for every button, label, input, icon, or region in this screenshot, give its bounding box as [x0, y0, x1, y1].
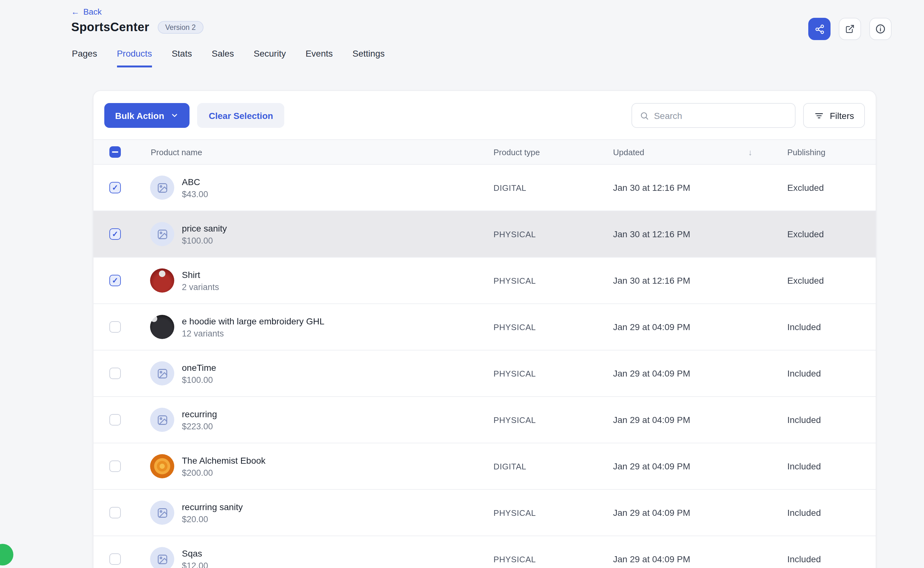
product-type: PHYSICAL	[494, 322, 613, 332]
product-updated: Jan 29 at 04:09 PM	[613, 461, 787, 471]
product-name: recurring	[182, 409, 217, 419]
filter-icon	[814, 110, 824, 121]
image-placeholder-icon	[156, 228, 168, 240]
product-type: PHYSICAL	[494, 369, 613, 378]
filters-button[interactable]: Filters	[803, 103, 865, 128]
product-subtext: $100.00	[182, 236, 227, 245]
row-checkbox[interactable]: ✓	[109, 553, 121, 565]
back-arrow-icon: ←	[71, 7, 80, 17]
info-icon	[875, 24, 886, 34]
tab-settings[interactable]: Settings	[353, 48, 385, 67]
product-name: recurring sanity	[182, 502, 243, 512]
table-row[interactable]: ✓ recurring sanity $20.00 PHYSICAL Jan 2…	[94, 490, 876, 536]
search-input[interactable]	[654, 110, 787, 121]
product-updated: Jan 30 at 12:16 PM	[613, 183, 787, 193]
search-icon	[640, 110, 649, 121]
products-page: ← Back SportsCenter Version 2 Pages Prod…	[0, 0, 924, 568]
tab-pages[interactable]: Pages	[72, 48, 97, 67]
product-thumbnail	[150, 315, 174, 339]
chat-widget-bubble[interactable]	[0, 544, 14, 565]
product-type: PHYSICAL	[494, 229, 613, 239]
row-checkbox[interactable]: ✓	[109, 461, 121, 472]
image-placeholder-icon	[156, 507, 168, 519]
indeterminate-icon	[112, 151, 118, 153]
product-subtext: $223.00	[182, 421, 217, 431]
product-publishing: Included	[787, 322, 876, 332]
product-thumbnail	[150, 361, 174, 385]
column-header-publishing[interactable]: Publishing	[787, 147, 876, 157]
product-thumbnail	[150, 547, 174, 568]
table-row[interactable]: ✓ The Alchemist Ebook $200.00 DIGITAL Ja…	[94, 443, 876, 490]
product-thumbnail	[150, 408, 174, 432]
version-badge: Version 2	[158, 21, 204, 34]
check-icon: ✓	[112, 184, 118, 192]
table-row[interactable]: ✓ ABC $43.00 DIGITAL Jan 30 at 12:16 PM …	[94, 165, 876, 211]
row-checkbox[interactable]: ✓	[109, 275, 121, 286]
tab-events[interactable]: Events	[306, 48, 333, 67]
select-all-checkbox[interactable]	[109, 146, 121, 158]
product-publishing: Excluded	[787, 229, 876, 239]
table-row[interactable]: ✓ recurring $223.00 PHYSICAL Jan 29 at 0…	[94, 397, 876, 443]
open-external-button[interactable]	[839, 18, 861, 40]
product-updated: Jan 30 at 12:16 PM	[613, 275, 787, 286]
product-type: DIGITAL	[494, 183, 613, 192]
product-updated: Jan 29 at 04:09 PM	[613, 322, 787, 332]
image-placeholder-icon	[156, 181, 168, 194]
product-name: The Alchemist Ebook	[182, 455, 266, 465]
row-checkbox[interactable]: ✓	[109, 321, 121, 333]
product-name: e hoodie with large embroidery GHL	[182, 316, 324, 326]
toolbar: Bulk Action Clear Selection Filters	[94, 91, 876, 139]
column-header-updated[interactable]: Updated ↓	[613, 147, 787, 157]
product-subtext: $200.00	[182, 468, 266, 477]
table-row[interactable]: ✓ price sanity $100.00 PHYSICAL Jan 30 a…	[94, 211, 876, 258]
product-name: Sqas	[182, 548, 208, 558]
tab-products[interactable]: Products	[117, 48, 152, 67]
external-link-icon	[845, 24, 855, 34]
product-publishing: Included	[787, 508, 876, 518]
product-subtext: $12.00	[182, 561, 208, 568]
product-type: PHYSICAL	[494, 415, 613, 424]
product-subtext: $43.00	[182, 189, 208, 199]
row-checkbox[interactable]: ✓	[109, 507, 121, 518]
filters-label: Filters	[830, 110, 854, 121]
product-updated: Jan 29 at 04:09 PM	[613, 368, 787, 378]
updated-header-label: Updated	[613, 147, 644, 157]
product-name: price sanity	[182, 223, 227, 233]
check-icon: ✓	[112, 277, 118, 284]
image-placeholder-icon	[156, 553, 168, 565]
title-row: SportsCenter Version 2	[71, 20, 203, 34]
product-type: PHYSICAL	[494, 554, 613, 564]
search-box[interactable]	[631, 103, 796, 128]
clear-selection-button[interactable]: Clear Selection	[198, 103, 285, 128]
product-name: ABC	[182, 177, 208, 187]
tab-sales[interactable]: Sales	[212, 48, 234, 67]
table-row[interactable]: ✓ oneTime $100.00 PHYSICAL Jan 29 at 04:…	[94, 350, 876, 397]
product-publishing: Included	[787, 415, 876, 425]
product-name: oneTime	[182, 362, 216, 372]
tab-security[interactable]: Security	[254, 48, 286, 67]
check-icon: ✓	[112, 230, 118, 238]
table-row[interactable]: ✓ e hoodie with large embroidery GHL 12 …	[94, 304, 876, 350]
header-actions	[808, 18, 892, 40]
table-row[interactable]: ✓ Sqas $12.00 PHYSICAL Jan 29 at 04:09 P…	[94, 536, 876, 568]
product-type: DIGITAL	[494, 461, 613, 471]
table-header: Product name Product type Updated ↓ Publ…	[94, 139, 876, 165]
product-subtext: $20.00	[182, 514, 243, 524]
back-label: Back	[83, 7, 102, 17]
column-header-product-name[interactable]: Product name	[133, 147, 494, 157]
row-checkbox[interactable]: ✓	[109, 368, 121, 379]
bulk-action-label: Bulk Action	[115, 110, 165, 121]
row-checkbox[interactable]: ✓	[109, 182, 121, 193]
products-card: Bulk Action Clear Selection Filters	[93, 90, 876, 568]
row-checkbox[interactable]: ✓	[109, 228, 121, 240]
bulk-action-button[interactable]: Bulk Action	[104, 103, 190, 128]
tabs: Pages Products Stats Sales Security Even…	[72, 48, 385, 67]
image-placeholder-icon	[156, 367, 168, 379]
row-checkbox[interactable]: ✓	[109, 414, 121, 426]
share-button[interactable]	[808, 18, 830, 40]
back-link[interactable]: ← Back	[71, 7, 102, 17]
column-header-product-type[interactable]: Product type	[494, 147, 613, 157]
tab-stats[interactable]: Stats	[172, 48, 192, 67]
info-button[interactable]	[869, 18, 892, 40]
table-row[interactable]: ✓ Shirt 2 variants PHYSICAL Jan 30 at 12…	[94, 258, 876, 304]
